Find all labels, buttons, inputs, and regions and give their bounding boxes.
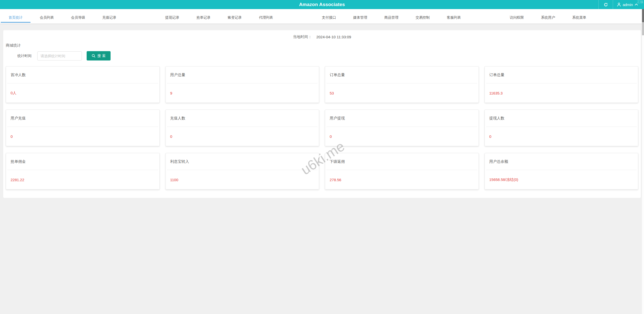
stat-card: 下级返佣 278.56	[325, 153, 479, 190]
refresh-button[interactable]	[599, 0, 613, 9]
search-button-label: 搜 索	[97, 54, 106, 58]
refresh-icon	[604, 3, 608, 7]
stat-card-value: 2281.22	[6, 170, 159, 190]
stat-card: 用户提现 0	[325, 110, 479, 146]
stat-card: 用户总余额 15658.58/冻结(0)	[485, 153, 638, 190]
stat-card-value: 0	[485, 127, 638, 146]
tab-balance-change-records[interactable]: 账变记录	[219, 9, 250, 23]
stat-card-title: 用户提现	[326, 110, 477, 127]
stat-card: 抢单佣金 2281.22	[6, 153, 160, 190]
stat-card: 用户充值 0	[6, 110, 160, 146]
stat-card-title: 抢单佣金	[7, 153, 158, 170]
tab-system-users[interactable]: 系统用户	[532, 9, 564, 23]
stat-card-value: 0	[325, 127, 479, 146]
stat-card-title: 提现人数	[486, 110, 637, 127]
stat-card-title: 充值人数	[167, 110, 318, 127]
stat-card-title: 订单总量	[486, 67, 637, 83]
stat-card: 利息宝转入 1100	[165, 153, 319, 190]
stat-card: 首冲人数 0人	[6, 66, 160, 103]
stat-card-title: 用户总量	[167, 67, 318, 83]
nav-spacer	[282, 9, 313, 23]
stat-card-title: 订单总量	[326, 67, 477, 83]
local-time-row: 当地时间： 2024-04-10 11:33:09	[6, 34, 638, 39]
stat-card-value: 0	[166, 127, 319, 146]
stat-card-title: 下级返佣	[326, 153, 477, 170]
stat-card-title: 首冲人数	[7, 67, 158, 83]
stat-card-value: 0	[6, 127, 159, 146]
user-icon	[617, 3, 621, 7]
tab-recharge-records[interactable]: 充值记录	[94, 9, 125, 23]
tab-member-list[interactable]: 会员列表	[31, 9, 62, 23]
stat-card-value: 11635.3	[485, 83, 638, 103]
scrollbar-thumb[interactable]	[642, 9, 644, 22]
stat-card-value: 15658.58/冻结(0)	[485, 170, 638, 190]
tab-product-management[interactable]: 商品管理	[376, 9, 407, 23]
tab-customer-service-list[interactable]: 客服列表	[438, 9, 469, 23]
nav-spacer	[125, 9, 157, 23]
screen: Amazon Associates ad	[0, 0, 644, 314]
stat-card-title: 用户充值	[7, 110, 158, 127]
stat-card: 订单总量 11635.3	[485, 66, 638, 103]
vertical-scrollbar	[642, 9, 644, 314]
local-time-label: 当地时间：	[293, 35, 312, 39]
app-title: Amazon Associates	[0, 0, 644, 9]
tab-member-level[interactable]: 会员等级	[62, 9, 94, 23]
stat-time-form: 统计时间 搜 索	[6, 51, 638, 60]
stat-card-value: 53	[325, 83, 479, 103]
tab-order-grab-records[interactable]: 抢单记录	[188, 9, 219, 23]
stat-time-input[interactable]	[37, 51, 82, 60]
stat-time-label: 统计时间	[6, 54, 31, 58]
search-icon	[92, 54, 95, 58]
main-nav: 首页统计 会员列表 会员等级 充值记录 提现记录 抢单记录 账变记录 代理列表 …	[0, 9, 644, 24]
tab-trade-control[interactable]: 交易控制	[407, 9, 438, 23]
tab-system-menu[interactable]: 系统菜单	[564, 9, 595, 23]
user-menu[interactable]: admin	[613, 0, 642, 9]
tab-access-permission[interactable]: 访问权限	[501, 9, 532, 23]
tab-home-stats[interactable]: 首页统计	[0, 9, 31, 23]
main-panel: 当地时间： 2024-04-10 11:33:09 商城统计 统计时间 搜 索 …	[3, 30, 641, 198]
tab-agent-list[interactable]: 代理列表	[250, 9, 282, 23]
stat-card: 订单总量 53	[325, 66, 479, 103]
search-button[interactable]: 搜 索	[87, 51, 111, 60]
stat-card-value: 278.56	[325, 170, 479, 190]
app-header: Amazon Associates ad	[0, 0, 644, 9]
stat-card: 提现人数 0	[485, 110, 638, 146]
scrollbar-thumb-shadow	[642, 22, 644, 35]
stat-card-title: 利息宝转入	[167, 153, 318, 170]
section-title: 商城统计	[6, 43, 638, 48]
stat-card-value: 1100	[166, 170, 319, 190]
nav-spacer	[469, 9, 501, 23]
stat-card-value: 9	[166, 83, 319, 103]
stats-grid: 首冲人数 0人 用户总量 9 订单总量 53 订单总量 11635.3 用户充值…	[6, 66, 638, 190]
tab-media-management[interactable]: 媒体管理	[345, 9, 376, 23]
tab-withdraw-records[interactable]: 提现记录	[157, 9, 188, 23]
chevron-up-icon	[635, 4, 638, 6]
tab-payment-api[interactable]: 支付接口	[313, 9, 345, 23]
stat-card-title: 用户总余额	[486, 153, 637, 170]
stat-card: 用户总量 9	[165, 66, 319, 103]
username-label: admin	[623, 3, 633, 7]
local-time-value: 2024-04-10 11:33:09	[316, 35, 351, 39]
stat-card-value: 0人	[6, 83, 159, 103]
header-actions: admin	[598, 0, 642, 9]
stat-card: 充值人数 0	[165, 110, 319, 146]
